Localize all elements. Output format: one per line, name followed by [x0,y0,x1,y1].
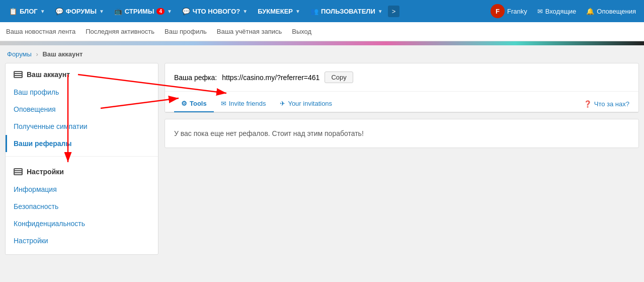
settings-section-icon [14,168,23,175]
forums-arrow-icon: ▼ [99,9,104,14]
breadcrumb-current: Ваш аккаунт [42,50,83,58]
sidebar-item-privacy[interactable]: Конфиденциальность [6,215,158,232]
tab-tools[interactable]: ⚙ Tools [174,96,214,112]
nav-users-label: ПОЛЬЗОВАТЕЛИ [321,8,375,15]
main-content: Ваша рефка: https://casino.my/?referrer=… [165,63,639,255]
nav-right-section: F Franky ✉ Входящие 🔔 Оповещения [487,4,640,18]
tab-invitations[interactable]: ✈ Your invitations [273,96,339,112]
subnav-last-activity[interactable]: Последняя активность [86,23,154,40]
account-section-icon [14,71,23,78]
nav-user-profile[interactable]: F Franky [487,4,531,18]
help-link[interactable]: ❓ Что за нах? [584,100,629,108]
streams-badge: 4 [156,8,165,15]
copy-button[interactable]: Copy [325,72,353,83]
subnav-profile[interactable]: Ваш профиль [165,23,207,40]
inbox-icon: ✉ [537,8,543,15]
sidebar-item-referrals[interactable]: Ваши рефералы [6,135,158,152]
streams-icon: 📺 [114,8,122,15]
sidebar-item-info[interactable]: Информация [6,181,158,198]
streams-arrow-icon: ▼ [167,9,172,14]
refka-url: https://casino.my/?referrer=461 [222,74,319,82]
breadcrumb-parent[interactable]: Форумы [7,50,32,58]
sidebar-account-section: Ваш аккаунт [6,63,158,84]
sidebar-item-settings[interactable]: Настройки [6,232,158,249]
nav-bookmaker[interactable]: БУКМЕКЕР ▼ [253,0,305,22]
blog-icon: 📋 [9,8,17,15]
nav-forums[interactable]: 💬 ФОРУМЫ ▼ [50,0,109,22]
bell-icon: 🔔 [586,8,594,15]
tools-icon: ⚙ [181,100,187,107]
banner-bar [0,41,644,45]
tab-invite-friends[interactable]: ✉ Invite friends [214,96,273,112]
refka-row: Ваша рефка: https://casino.my/?referrer=… [165,63,638,92]
referral-card: Ваша рефка: https://casino.my/?referrer=… [165,63,639,113]
sidebar-item-notifications[interactable]: Оповещения [6,101,158,118]
nav-blog[interactable]: 📋 БЛОГ ▼ [4,0,50,22]
no-referrals-card: У вас пока еще нет рефалов. Стоит над эт… [165,119,639,148]
whats-new-icon: 💬 [182,8,190,15]
nav-streams-label: СТРИМЫ [125,8,154,15]
nav-users[interactable]: 👥 ПОЛЬЗОВАТЕЛИ ▼ [305,0,388,22]
nav-blog-label: БЛОГ [20,8,38,15]
nav-inbox[interactable]: ✉ Входящие [533,8,581,15]
nav-whats-new[interactable]: 💬 ЧТО НОВОГО? ▼ [177,0,253,22]
whats-new-arrow-icon: ▼ [243,9,248,14]
sidebar-settings-title: Настройки [27,168,64,176]
users-icon: 👥 [310,8,318,15]
subnav-logout[interactable]: Выход [292,23,311,40]
sidebar-account-title: Ваш аккаунт [27,70,70,79]
nav-streams[interactable]: 📺 СТРИМЫ 4 ▼ [109,0,177,22]
help-icon: ❓ [584,100,592,108]
bookmaker-arrow-icon: ▼ [295,9,300,14]
nav-bookmaker-label: БУКМЕКЕР [258,8,293,15]
tab-invitations-label: Your invitations [288,100,332,107]
top-navigation: 📋 БЛОГ ▼ 💬 ФОРУМЫ ▼ 📺 СТРИМЫ 4 ▼ 💬 ЧТО Н… [0,0,644,22]
tab-invite-label: Invite friends [229,100,266,107]
invitations-icon: ✈ [280,100,285,107]
subnav-account[interactable]: Ваша учётная запись [217,23,282,40]
main-layout: Ваш аккаунт Ваш профиль Оповещения Получ… [0,63,644,265]
sidebar: Ваш аккаунт Ваш профиль Оповещения Получ… [5,63,158,255]
sub-navigation: Ваша новостная лента Последняя активност… [0,22,644,41]
help-label: Что за нах? [594,100,629,108]
nav-whats-new-label: ЧТО НОВОГО? [193,8,240,15]
breadcrumb: Форумы › Ваш аккаунт [0,45,644,63]
invite-icon: ✉ [221,100,226,107]
avatar: F [491,4,505,18]
sidebar-divider [6,156,158,157]
nav-username: Franky [507,8,527,15]
refka-label: Ваша рефка: [174,74,217,82]
tabs-row: ⚙ Tools ✉ Invite friends ✈ Your invitati… [165,92,638,112]
sidebar-settings-section: Настройки [6,161,158,181]
breadcrumb-separator: › [36,50,40,58]
sidebar-item-profile[interactable]: Ваш профиль [6,84,158,101]
nav-notifications[interactable]: 🔔 Оповещения [582,8,640,15]
subnav-news-feed[interactable]: Ваша новостная лента [6,23,75,40]
nav-inbox-label: Входящие [545,8,577,15]
sidebar-item-likes[interactable]: Полученные симпатии [6,118,158,135]
nav-more-button[interactable]: > [388,6,400,17]
no-referrals-text: У вас пока еще нет рефалов. Стоит над эт… [174,129,364,137]
forums-icon: 💬 [55,8,63,15]
nav-forums-label: ФОРУМЫ [66,8,97,15]
users-arrow-icon: ▼ [378,9,383,14]
sidebar-item-security[interactable]: Безопасность [6,198,158,215]
nav-notifications-label: Оповещения [597,8,636,15]
blog-arrow-icon: ▼ [40,9,45,14]
tab-tools-label: Tools [190,100,207,107]
